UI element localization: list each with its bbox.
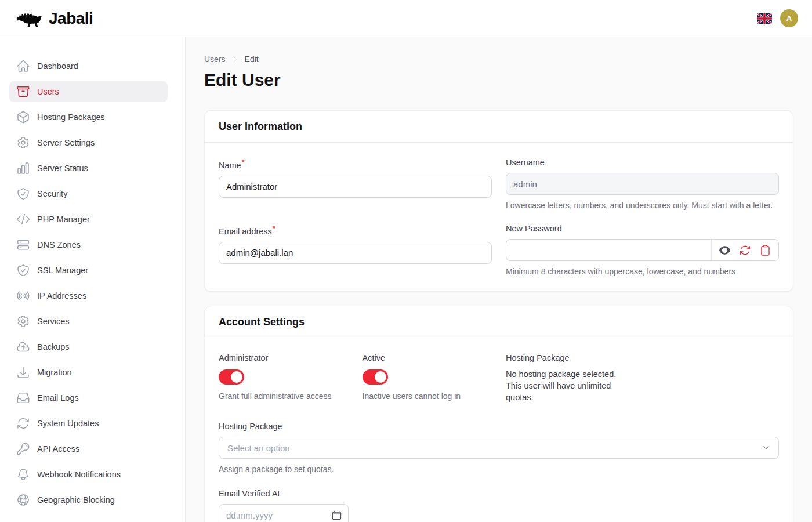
open-calendar-button[interactable]	[331, 505, 348, 522]
username-label: Username	[506, 157, 779, 168]
name-label: Name*	[219, 157, 492, 171]
chart-bar-icon	[16, 161, 30, 175]
email-field: Email address*	[219, 223, 492, 277]
main-content: Users Edit Edit User User Information Na…	[186, 37, 812, 522]
name-input[interactable]	[219, 176, 491, 197]
bell-icon	[16, 467, 30, 481]
sidebar-item-webhook-notifications[interactable]: Webhook Notifications	[9, 464, 168, 485]
sidebar-item-geographic-blocking[interactable]: Geographic Blocking	[9, 490, 168, 510]
generate-password-button[interactable]	[739, 244, 751, 256]
globe-icon	[16, 493, 30, 507]
hosting-package-helper: Assign a package to set quotas.	[219, 463, 779, 475]
topbar: Jabali A	[0, 0, 812, 37]
new-password-input[interactable]	[506, 240, 711, 260]
shield-check-icon	[16, 263, 30, 277]
sidebar-item-server-settings[interactable]: Server Settings	[9, 132, 168, 153]
sidebar: Dashboard Users Hosting Packages Server …	[0, 37, 186, 522]
active-toggle[interactable]	[362, 369, 388, 385]
breadcrumb-users-link[interactable]: Users	[204, 55, 226, 64]
sidebar-item-ssl-manager[interactable]: SSL Manager	[9, 260, 168, 281]
sidebar-item-dns-zones[interactable]: DNS Zones	[9, 234, 168, 255]
sidebar-item-ip-addresses[interactable]: IP Addresses	[9, 285, 168, 306]
sidebar-item-label: Geographic Blocking	[37, 495, 115, 505]
card-header: User Information	[205, 111, 793, 143]
copy-password-button[interactable]	[759, 244, 771, 256]
sidebar-item-services[interactable]: Services	[9, 311, 168, 332]
boar-logo-icon	[15, 8, 44, 28]
card-header: Account Settings	[205, 306, 793, 338]
sidebar-item-label: Backups	[37, 342, 70, 351]
cloud-arrow-up-icon	[16, 340, 30, 354]
administrator-label: Administrator	[219, 352, 349, 364]
toggle-knob	[375, 371, 386, 383]
key-icon	[16, 442, 30, 456]
code-bracket-icon	[16, 212, 30, 226]
sidebar-item-label: SSL Manager	[37, 266, 88, 275]
email-verified-at-label: Email Verified At	[219, 488, 349, 499]
page-title: Edit User	[204, 70, 793, 90]
sidebar-item-dashboard[interactable]: Dashboard	[9, 56, 168, 77]
hosting-package-summary-text: No hosting package selected. This user w…	[506, 368, 630, 403]
active-label: Active	[362, 352, 492, 364]
inbox-icon	[16, 391, 30, 405]
gear-icon	[16, 136, 30, 150]
sidebar-item-label: Server Status	[37, 164, 88, 173]
username-input[interactable]	[506, 173, 778, 194]
email-label: Email address*	[219, 223, 492, 237]
required-asterisk: *	[273, 224, 276, 233]
chevron-down-icon	[762, 444, 770, 452]
sidebar-item-label: IP Addresses	[37, 291, 86, 300]
sidebar-item-server-status[interactable]: Server Status	[9, 158, 168, 179]
active-helper: Inactive users cannot log in	[362, 390, 492, 402]
brand-link[interactable]: Jabali	[15, 8, 93, 28]
brand-name: Jabali	[49, 9, 93, 28]
sidebar-item-email-logs[interactable]: Email Logs	[9, 387, 168, 408]
user-avatar[interactable]: A	[780, 9, 798, 27]
sidebar-item-label: PHP Manager	[37, 215, 90, 224]
sidebar-item-label: System Updates	[37, 419, 99, 428]
sidebar-item-label: Hosting Packages	[37, 113, 105, 122]
hosting-package-summary: Hosting Package No hosting package selec…	[506, 352, 636, 403]
breadcrumb: Users Edit	[204, 55, 793, 64]
new-password-helper: Minimum 8 characters with uppercase, low…	[506, 266, 779, 277]
card-title: User Information	[219, 119, 779, 133]
sidebar-item-label: DNS Zones	[37, 240, 81, 249]
select-placeholder: Select an option	[227, 443, 290, 453]
administrator-helper: Grant full administrative access	[219, 390, 349, 402]
sidebar-item-hosting-packages[interactable]: Hosting Packages	[9, 107, 168, 128]
sidebar-item-security[interactable]: Security	[9, 183, 168, 204]
user-information-card: User Information Name* Username	[204, 110, 793, 292]
email-verified-at-input[interactable]	[219, 505, 331, 522]
hosting-package-select[interactable]: Select an option	[219, 437, 779, 459]
sidebar-item-api-access[interactable]: API Access	[9, 438, 168, 459]
language-flag-uk-icon[interactable]	[757, 13, 772, 24]
chevron-right-icon	[231, 56, 239, 63]
sidebar-item-users[interactable]: Users	[9, 81, 168, 102]
account-settings-card: Account Settings Administrator Grant ful…	[204, 306, 793, 522]
active-toggle-field: Active Inactive users cannot log in	[362, 352, 492, 403]
refresh-icon	[739, 244, 751, 256]
sidebar-item-php-manager[interactable]: PHP Manager	[9, 209, 168, 230]
sidebar-item-system-updates[interactable]: System Updates	[9, 413, 168, 434]
arrow-down-tray-icon	[16, 365, 30, 379]
email-verified-at-field: Email Verified At	[219, 488, 349, 522]
sidebar-item-label: Server Settings	[37, 138, 95, 147]
toggle-knob	[231, 371, 242, 383]
new-password-field: New Password	[506, 223, 779, 277]
sidebar-item-label: Webhook Notifications	[37, 470, 121, 479]
hosting-package-summary-label: Hosting Package	[506, 352, 636, 364]
sidebar-item-backups[interactable]: Backups	[9, 336, 168, 357]
calendar-icon	[331, 510, 342, 521]
sidebar-item-label: Dashboard	[37, 61, 78, 71]
new-password-label: New Password	[506, 223, 779, 234]
hosting-package-field: Hosting Package Select an option Assign …	[219, 420, 779, 475]
email-input[interactable]	[219, 242, 491, 263]
signal-icon	[16, 289, 30, 303]
card-title: Account Settings	[219, 315, 779, 329]
sidebar-item-migration[interactable]: Migration	[9, 362, 168, 383]
username-field: Username Lowercase letters, numbers, and…	[506, 157, 779, 211]
archive-box-icon	[16, 85, 30, 99]
gear-icon	[16, 314, 30, 328]
reveal-password-button[interactable]	[719, 244, 731, 256]
administrator-toggle[interactable]	[219, 369, 244, 385]
